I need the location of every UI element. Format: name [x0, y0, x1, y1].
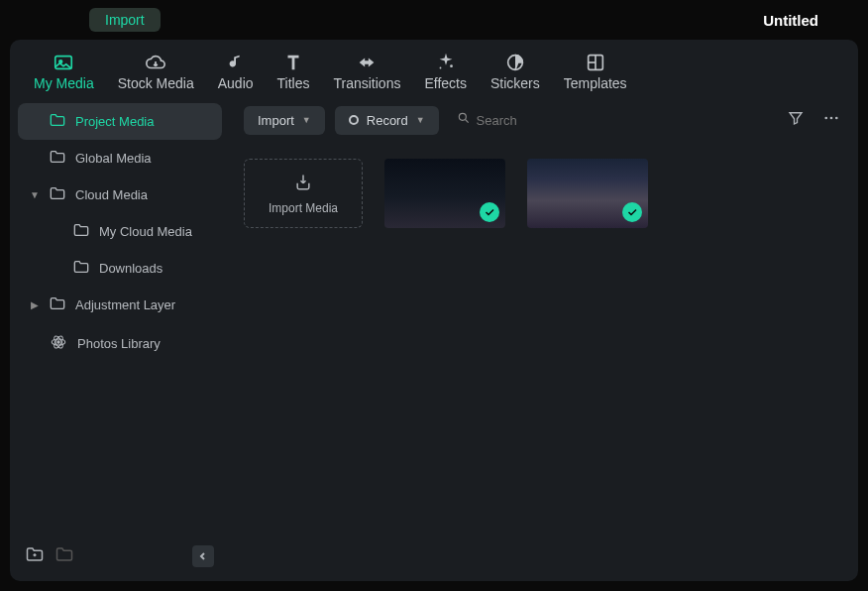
- sidebar-item-global-media[interactable]: Global Media: [18, 140, 222, 177]
- import-icon: [293, 173, 313, 195]
- image-icon: [52, 52, 75, 73]
- record-dropdown-button[interactable]: Record ▼: [335, 106, 439, 135]
- folder-icon: [50, 150, 65, 167]
- sidebar-item-photos-library[interactable]: Photos Library: [18, 323, 222, 364]
- media-thumb-1[interactable]: [384, 159, 505, 228]
- button-label: Record: [367, 113, 408, 128]
- sidebar-item-downloads[interactable]: Downloads: [18, 250, 222, 287]
- tab-transitions[interactable]: Transitions: [321, 48, 412, 95]
- tab-audio[interactable]: Audio: [206, 48, 266, 95]
- tab-label: Audio: [218, 75, 254, 91]
- sidebar-item-label: My Cloud Media: [99, 224, 210, 239]
- filter-icon[interactable]: [783, 105, 809, 135]
- tab-label: My Media: [34, 75, 94, 91]
- svg-line-13: [465, 120, 468, 123]
- import-media-tile[interactable]: Import Media: [244, 159, 363, 228]
- import-tile-label: Import Media: [269, 201, 338, 215]
- tab-titles[interactable]: Titles: [266, 48, 322, 95]
- search-icon: [457, 111, 471, 129]
- svg-point-2: [450, 64, 453, 67]
- folder-icon: [50, 296, 65, 313]
- tab-effects[interactable]: Effects: [412, 48, 479, 95]
- tab-my-media[interactable]: My Media: [22, 48, 106, 95]
- collapse-sidebar-button[interactable]: [192, 545, 214, 567]
- svg-point-16: [835, 117, 838, 120]
- svg-point-8: [57, 341, 59, 343]
- layout-icon: [584, 52, 607, 73]
- sidebar-item-label: Downloads: [99, 261, 210, 276]
- cloud-download-icon: [144, 52, 167, 73]
- tab-label: Titles: [277, 75, 310, 91]
- music-note-icon: [224, 52, 248, 73]
- check-badge-icon: [480, 202, 499, 222]
- import-dropdown-button[interactable]: Import ▼: [244, 106, 325, 135]
- tab-label: Transitions: [333, 75, 400, 91]
- svg-point-14: [824, 117, 827, 120]
- svg-point-15: [830, 117, 833, 120]
- sidebar-item-label: Global Media: [75, 151, 210, 166]
- chevron-down-icon: ▼: [416, 115, 425, 125]
- media-grid: Import Media: [230, 145, 858, 242]
- text-icon: [281, 52, 305, 73]
- check-badge-icon: [622, 202, 642, 222]
- chevron-right-icon: ▶: [30, 299, 40, 310]
- chevron-down-icon: ▼: [30, 189, 40, 200]
- sparkle-icon: [434, 52, 458, 73]
- sidebar-item-adjustment-layer[interactable]: ▶ Adjustment Layer: [18, 287, 222, 323]
- transitions-icon: [355, 52, 379, 73]
- sidebar-item-label: Adjustment Layer: [75, 297, 210, 312]
- more-icon[interactable]: [818, 105, 844, 135]
- sidebar-item-label: Photos Library: [77, 336, 210, 351]
- sidebar-item-my-cloud-media[interactable]: My Cloud Media: [18, 213, 222, 250]
- tab-label: Stock Media: [118, 75, 194, 91]
- record-icon: [349, 115, 359, 125]
- tabs-bar: My Media Stock Media Audio Titles Transi: [10, 40, 858, 95]
- folder-icon: [73, 260, 89, 277]
- sidebar: Project Media Global Media ▼ Cloud Media: [10, 95, 230, 581]
- tab-stock-media[interactable]: Stock Media: [106, 48, 206, 95]
- sidebar-item-project-media[interactable]: Project Media: [18, 103, 222, 140]
- sticker-icon: [503, 52, 527, 73]
- chevron-down-icon: ▼: [302, 115, 311, 125]
- folder-icon: [50, 113, 65, 130]
- project-title: Untitled: [763, 12, 818, 29]
- media-thumb-2[interactable]: [527, 159, 648, 228]
- tab-stickers[interactable]: Stickers: [479, 48, 552, 95]
- import-pill[interactable]: Import: [89, 8, 161, 32]
- atom-icon: [50, 333, 67, 354]
- folder-icon: [50, 186, 65, 203]
- tab-label: Stickers: [490, 75, 540, 91]
- folder-icon: [73, 223, 89, 240]
- folder-disabled-icon: [55, 546, 73, 566]
- sidebar-item-label: Cloud Media: [75, 187, 210, 202]
- svg-point-3: [439, 67, 441, 69]
- tab-label: Templates: [564, 75, 627, 91]
- toolbar: Import ▼ Record ▼: [230, 95, 858, 145]
- search-input[interactable]: [477, 113, 596, 128]
- sidebar-item-label: Project Media: [75, 114, 210, 129]
- button-label: Import: [258, 113, 294, 128]
- sidebar-item-cloud-media[interactable]: ▼ Cloud Media: [18, 177, 222, 213]
- tab-templates[interactable]: Templates: [552, 48, 639, 95]
- svg-point-12: [459, 113, 466, 120]
- tab-label: Effects: [424, 75, 467, 91]
- new-folder-icon[interactable]: [26, 546, 44, 566]
